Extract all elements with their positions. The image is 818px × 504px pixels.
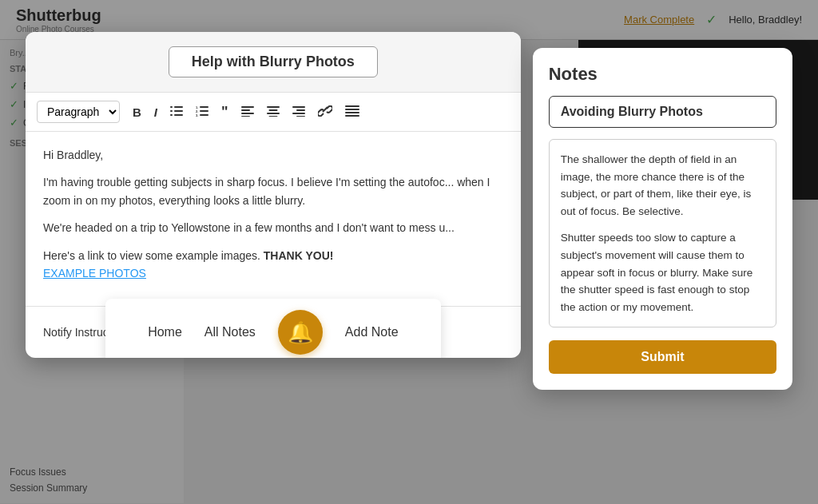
bell-icon: 🔔	[288, 320, 313, 345]
bell-button[interactable]: 🔔	[278, 310, 323, 355]
more-button[interactable]	[340, 103, 364, 121]
align-center-button[interactable]	[262, 103, 284, 121]
svg-rect-0	[170, 106, 173, 108]
body-paragraph-1: I'm having trouble getting subjects in s…	[43, 173, 503, 209]
svg-rect-7	[200, 106, 208, 108]
example-photos-link[interactable]: EXAMPLE PHOTOS	[43, 267, 146, 280]
modal-container: Help with Blurry Photos Paragraph B I	[26, 32, 792, 390]
body-paragraph-3: Here's a link to view some example image…	[43, 247, 503, 283]
message-modal-title: Help with Blurry Photos	[169, 46, 378, 77]
svg-rect-27	[345, 112, 359, 113]
notes-panel: Notes Avoiding Blurry Photos The shallow…	[533, 48, 792, 390]
svg-rect-23	[296, 116, 305, 117]
body-paragraph-2: We're headed on a trip to Yellowstone in…	[43, 219, 503, 236]
message-body[interactable]: Hi Braddley, I'm having trouble getting …	[26, 132, 521, 306]
svg-rect-12	[241, 106, 254, 108]
svg-rect-14	[241, 113, 254, 114]
home-nav-item[interactable]: Home	[148, 325, 182, 339]
paragraph-select[interactable]: Paragraph	[37, 101, 120, 123]
notes-heading: Avoiding Blurry Photos	[549, 96, 776, 128]
modal-overlay: Help with Blurry Photos Paragraph B I	[0, 0, 818, 504]
all-notes-nav-item[interactable]: All Notes	[204, 325, 256, 339]
svg-rect-13	[241, 109, 250, 111]
add-note-nav-item[interactable]: Add Note	[345, 325, 399, 339]
svg-rect-2	[170, 110, 173, 112]
message-toolbar: Paragraph B I 1. 2.	[26, 93, 521, 132]
message-modal: Help with Blurry Photos Paragraph B I	[26, 32, 521, 358]
blockquote-button[interactable]: "	[216, 102, 233, 121]
notes-paragraph-1: The shallower the depth of field in an i…	[561, 151, 764, 220]
svg-rect-16	[267, 106, 280, 108]
align-right-button[interactable]	[288, 103, 310, 121]
svg-rect-18	[267, 113, 280, 114]
bold-button[interactable]: B	[128, 103, 146, 121]
svg-rect-1	[174, 106, 183, 108]
align-left-button[interactable]	[236, 103, 259, 121]
svg-rect-11	[200, 114, 208, 116]
svg-rect-15	[241, 116, 250, 117]
svg-rect-28	[345, 115, 359, 117]
svg-rect-26	[345, 109, 359, 110]
svg-rect-4	[170, 114, 173, 116]
svg-rect-20	[292, 106, 305, 108]
svg-rect-19	[268, 116, 277, 117]
submit-button[interactable]: Submit	[549, 340, 776, 374]
svg-rect-22	[292, 113, 305, 114]
thank-you-text: THANK YOU!	[264, 249, 334, 262]
svg-rect-5	[174, 114, 183, 116]
svg-rect-25	[345, 105, 359, 107]
svg-rect-21	[296, 109, 305, 111]
greeting: Hi Braddley,	[43, 146, 503, 164]
paragraph3-prefix: Here's a link to view some example image…	[43, 249, 264, 262]
svg-text:3.: 3.	[196, 113, 198, 117]
notes-title: Notes	[549, 64, 776, 85]
ordered-list-button[interactable]: 1. 2. 3.	[191, 103, 213, 121]
message-modal-header: Help with Blurry Photos	[26, 32, 521, 93]
italic-button[interactable]: I	[149, 103, 162, 121]
svg-rect-17	[268, 109, 277, 111]
bottom-nav: Home All Notes 🔔 Add Note	[105, 299, 441, 358]
svg-rect-3	[174, 110, 183, 112]
bullet-list-button[interactable]	[165, 103, 188, 121]
link-button[interactable]	[313, 103, 337, 121]
svg-rect-9	[200, 110, 208, 112]
notes-content: The shallower the depth of field in an i…	[549, 139, 776, 327]
notes-paragraph-2: Shutter speeds too slow to capture a sub…	[561, 229, 764, 315]
